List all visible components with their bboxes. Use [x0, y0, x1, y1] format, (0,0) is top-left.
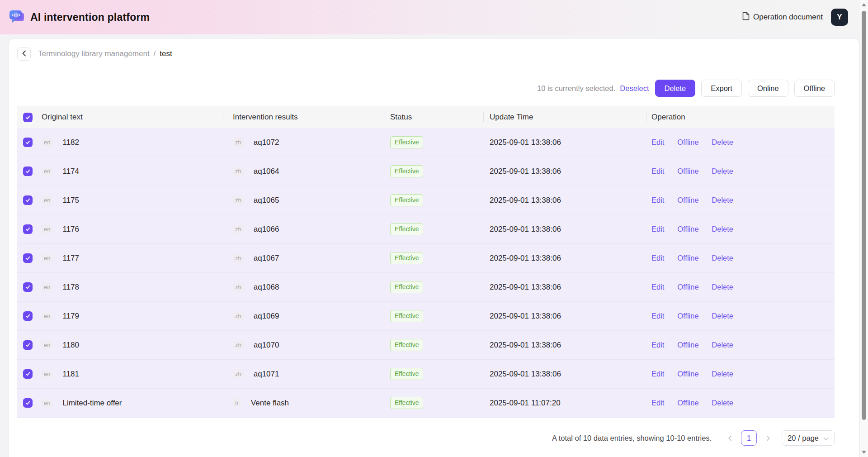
target-lang-tag: zh [233, 196, 244, 205]
operation-cell: Edit Offline Delete [646, 399, 835, 408]
offline-link[interactable]: Offline [677, 312, 698, 320]
intervention-result-value: aq1069 [254, 312, 279, 320]
edit-link[interactable]: Edit [651, 196, 664, 204]
intervention-result-cell: zhaq1069 [223, 311, 386, 321]
deselect-link[interactable]: Deselect [620, 84, 649, 93]
table-header-row: Original text Intervention results Statu… [17, 106, 835, 128]
update-time-cell: 2025-09-01 13:38:06 [483, 138, 646, 147]
scroll-up-arrow-icon[interactable] [862, 3, 866, 6]
row-checkbox[interactable] [23, 167, 33, 176]
operation-document-link[interactable]: Operation document [742, 12, 823, 23]
delete-link[interactable]: Delete [712, 341, 733, 349]
row-checkbox[interactable] [23, 224, 33, 234]
edit-link[interactable]: Edit [651, 370, 664, 378]
page-size-select[interactable]: 20 / page [782, 430, 835, 446]
offline-link[interactable]: Offline [677, 254, 698, 262]
edit-link[interactable]: Edit [651, 167, 664, 175]
update-time-cell: 2025-09-01 13:38:06 [483, 225, 646, 234]
target-lang-tag: zh [233, 138, 244, 147]
delete-link[interactable]: Delete [712, 283, 733, 291]
delete-link[interactable]: Delete [712, 167, 733, 175]
offline-button[interactable]: Offline [794, 80, 835, 97]
offline-link[interactable]: Offline [677, 283, 698, 291]
vertical-scrollbar[interactable] [860, 0, 868, 457]
operation-cell: Edit Offline Delete [646, 138, 835, 147]
update-time-cell: 2025-09-01 13:38:06 [483, 196, 646, 205]
row-checkbox[interactable] [23, 138, 33, 147]
intervention-result-cell: zhaq1064 [223, 167, 386, 176]
row-checkbox[interactable] [23, 369, 33, 379]
page-1-button[interactable]: 1 [741, 430, 757, 446]
source-lang-tag: en [42, 370, 52, 378]
edit-link[interactable]: Edit [651, 225, 664, 233]
offline-link[interactable]: Offline [677, 138, 698, 146]
online-button[interactable]: Online [748, 80, 788, 97]
edit-link[interactable]: Edit [651, 254, 664, 262]
update-time-value: 2025-09-01 13:38:06 [490, 370, 561, 378]
status-badge: Effective [390, 310, 423, 322]
row-checkbox-cell [17, 224, 38, 234]
update-time-cell: 2025-09-01 13:38:06 [483, 370, 646, 379]
delete-link[interactable]: Delete [712, 312, 733, 320]
table-row: en1176 zhaq1066 Effective 2025-09-01 13:… [17, 215, 835, 244]
offline-link[interactable]: Offline [677, 225, 698, 233]
column-header-operation: Operation [646, 106, 835, 128]
row-checkbox[interactable] [23, 253, 33, 263]
source-lang-tag: en [42, 283, 52, 291]
scrollbar-thumb[interactable] [862, 11, 866, 420]
status-badge: Effective [390, 223, 423, 235]
update-time-value: 2025-09-01 11:07:20 [490, 399, 561, 407]
avatar[interactable]: Y [831, 9, 848, 26]
original-text-value: 1180 [62, 341, 79, 349]
breadcrumb-parent[interactable]: Terminology library management [38, 49, 150, 58]
selection-count-text: 10 is currently selected. [537, 84, 615, 93]
offline-link[interactable]: Offline [677, 196, 698, 204]
edit-link[interactable]: Edit [651, 399, 664, 407]
original-text-cell: en1174 [38, 167, 223, 176]
status-badge: Effective [390, 339, 423, 351]
edit-link[interactable]: Edit [651, 341, 664, 349]
edit-link[interactable]: Edit [651, 312, 664, 320]
status-badge: Effective [390, 136, 423, 148]
intervention-result-value: aq1070 [254, 341, 279, 349]
table-row: en1174 zhaq1064 Effective 2025-09-01 13:… [17, 157, 835, 186]
app-window: AI intervention platform Operation docum… [0, 0, 868, 457]
delete-link[interactable]: Delete [712, 399, 733, 407]
offline-link[interactable]: Offline [677, 399, 698, 407]
pagination-total-text: A total of 10 data entries, showing 10-1… [552, 434, 712, 443]
offline-link[interactable]: Offline [677, 167, 698, 175]
page-size-value: 20 / page [788, 434, 819, 443]
operation-cell: Edit Offline Delete [646, 370, 835, 379]
edit-link[interactable]: Edit [651, 283, 664, 291]
export-button[interactable]: Export [701, 80, 742, 97]
next-page-button[interactable] [763, 435, 773, 441]
row-checkbox[interactable] [23, 340, 33, 350]
row-checkbox[interactable] [23, 195, 33, 205]
operation-cell: Edit Offline Delete [646, 167, 835, 176]
select-all-checkbox[interactable] [23, 113, 33, 122]
update-time-cell: 2025-09-01 13:38:06 [483, 312, 646, 321]
row-checkbox[interactable] [23, 282, 33, 292]
back-button[interactable] [17, 47, 31, 61]
delete-link[interactable]: Delete [712, 138, 733, 146]
delete-link[interactable]: Delete [712, 254, 733, 262]
delete-link[interactable]: Delete [712, 196, 733, 204]
status-cell: Effective [386, 165, 483, 177]
update-time-value: 2025-09-01 13:38:06 [490, 196, 561, 205]
status-cell: Effective [386, 368, 483, 380]
row-checkbox[interactable] [23, 398, 33, 408]
original-text-cell: en1179 [38, 311, 223, 321]
row-checkbox[interactable] [23, 311, 33, 321]
intervention-result-value: Vente flash [251, 399, 289, 407]
delete-button[interactable]: Delete [655, 80, 696, 97]
offline-link[interactable]: Offline [677, 341, 698, 349]
delete-link[interactable]: Delete [712, 370, 733, 378]
row-checkbox-cell [17, 369, 38, 379]
offline-link[interactable]: Offline [677, 370, 698, 378]
delete-link[interactable]: Delete [712, 225, 733, 233]
update-time-cell: 2025-09-01 13:38:06 [483, 167, 646, 176]
prev-page-button[interactable] [725, 435, 735, 441]
scroll-down-arrow-icon[interactable] [862, 451, 866, 454]
edit-link[interactable]: Edit [651, 138, 664, 146]
original-text-cell: en1178 [38, 282, 223, 292]
